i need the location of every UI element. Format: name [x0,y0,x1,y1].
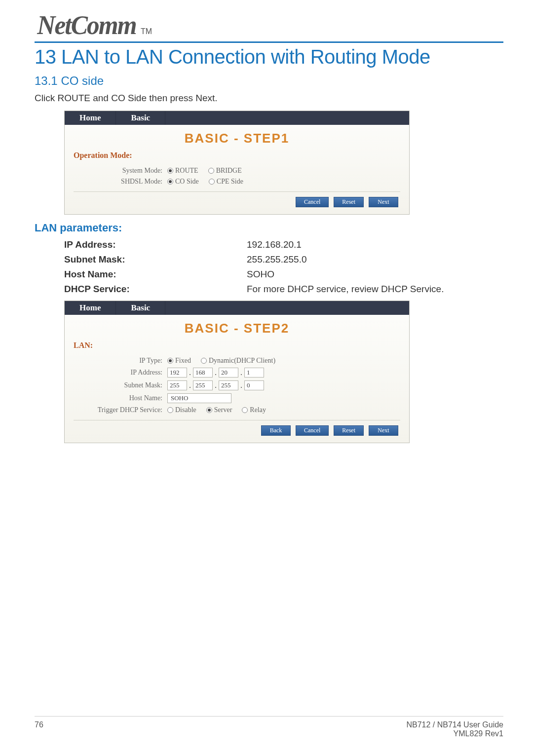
back-button[interactable]: Back [261,425,291,436]
mask-octet-1[interactable] [167,380,187,390]
lan-parameters-heading: LAN parameters: [35,222,503,234]
screenshot-step1: Home Basic BASIC - STEP1 Operation Mode:… [64,111,503,215]
radio-dynamic[interactable]: Dynamic(DHCP Client) [201,357,275,365]
radio-dhcp-server[interactable]: Server [206,406,232,414]
param-value: For more DHCP service, review DHCP Servi… [247,284,444,295]
radio-dot-icon [208,168,214,174]
section-title: 13.1 CO side [35,74,503,88]
reset-button[interactable]: Reset [334,425,364,436]
param-row: Host Name: SOHO [64,269,503,280]
radio-dot-icon [167,168,173,174]
brand-text: NetComm [37,10,136,40]
cancel-button[interactable]: Cancel [296,197,329,207]
subnet-mask-label: Subnet Mask: [74,381,167,389]
divider [35,41,503,43]
mask-octet-2[interactable] [193,380,213,390]
ip-octet-3[interactable] [219,368,238,378]
mask-octet-4[interactable] [244,380,264,390]
radio-bridge[interactable]: BRIDGE [208,167,242,175]
param-label: DHCP Service: [64,284,247,295]
radio-route-label: ROUTE [175,167,198,175]
radio-dot-icon [167,358,173,364]
shdsl-mode-label: SHDSL Mode: [74,178,167,186]
radio-dhcp-relay[interactable]: Relay [242,406,266,414]
radio-bridge-label: BRIDGE [216,167,242,175]
param-label: IP Address: [64,239,247,250]
dhcp-trigger-label: Trigger DHCP Service: [74,406,167,414]
param-value: SOHO [247,269,274,280]
radio-server-label: Server [214,406,232,414]
mask-octet-3[interactable] [219,380,238,390]
screenshot-step2: Home Basic BASIC - STEP2 LAN: IP Type: F… [64,301,503,443]
radio-co-label: CO Side [175,178,199,186]
radio-co-side[interactable]: CO Side [167,178,199,186]
param-row: DHCP Service: For more DHCP service, rev… [64,284,503,295]
page-number: 76 [35,720,43,738]
reset-button[interactable]: Reset [334,197,364,207]
lan-parameters-block: IP Address: 192.168.20.1 Subnet Mask: 25… [64,239,503,295]
radio-relay-label: Relay [250,406,266,414]
trademark: TM [141,27,152,36]
page-footer: 76 NB712 / NB714 User Guide YML829 Rev1 [35,716,503,738]
tab-basic[interactable]: Basic [116,301,165,315]
step1-title: BASIC - STEP1 [74,131,400,146]
host-name-field[interactable] [167,393,231,403]
operation-mode-label: Operation Mode: [74,151,400,160]
ip-type-label: IP Type: [74,357,167,365]
radio-dhcp-disable[interactable]: Disable [167,406,196,414]
lan-label: LAN: [74,341,400,350]
radio-cpe-label: CPE Side [217,178,243,186]
radio-route[interactable]: ROUTE [167,167,198,175]
radio-fixed[interactable]: Fixed [167,357,191,365]
system-mode-label: System Mode: [74,167,167,175]
param-row: IP Address: 192.168.20.1 [64,239,503,250]
tab-home[interactable]: Home [65,111,116,125]
brand-logo: NetComm TM [35,10,503,40]
host-name-label: Host Name: [74,394,167,402]
ip-octet-1[interactable] [167,368,187,378]
radio-dot-icon [209,179,215,185]
param-value: 255.255.255.0 [247,254,307,265]
radio-dot-icon [167,179,173,185]
radio-fixed-label: Fixed [175,357,191,365]
radio-dot-icon [201,358,207,364]
param-value: 192.168.20.1 [247,239,302,250]
radio-dot-icon [167,407,173,413]
radio-cpe-side[interactable]: CPE Side [209,178,243,186]
instruction-text: Click ROUTE and CO Side then press Next. [35,93,503,104]
param-row: Subnet Mask: 255.255.255.0 [64,254,503,265]
step2-title: BASIC - STEP2 [74,321,400,336]
radio-dynamic-label: Dynamic(DHCP Client) [209,357,275,365]
cancel-button[interactable]: Cancel [296,425,329,436]
chapter-title: 13 LAN to LAN Connection with Routing Mo… [35,46,503,68]
revision: YML829 Rev1 [406,729,503,738]
param-label: Host Name: [64,269,247,280]
ip-octet-2[interactable] [193,368,213,378]
guide-title: NB712 / NB714 User Guide [406,720,503,729]
radio-disable-label: Disable [175,406,196,414]
ip-address-label: IP Address: [74,369,167,377]
tab-home[interactable]: Home [65,301,116,315]
next-button[interactable]: Next [369,197,398,207]
next-button[interactable]: Next [369,425,398,436]
ip-octet-4[interactable] [244,368,264,378]
tab-basic[interactable]: Basic [116,111,165,125]
param-label: Subnet Mask: [64,254,247,265]
radio-dot-icon [206,407,212,413]
radio-dot-icon [242,407,248,413]
